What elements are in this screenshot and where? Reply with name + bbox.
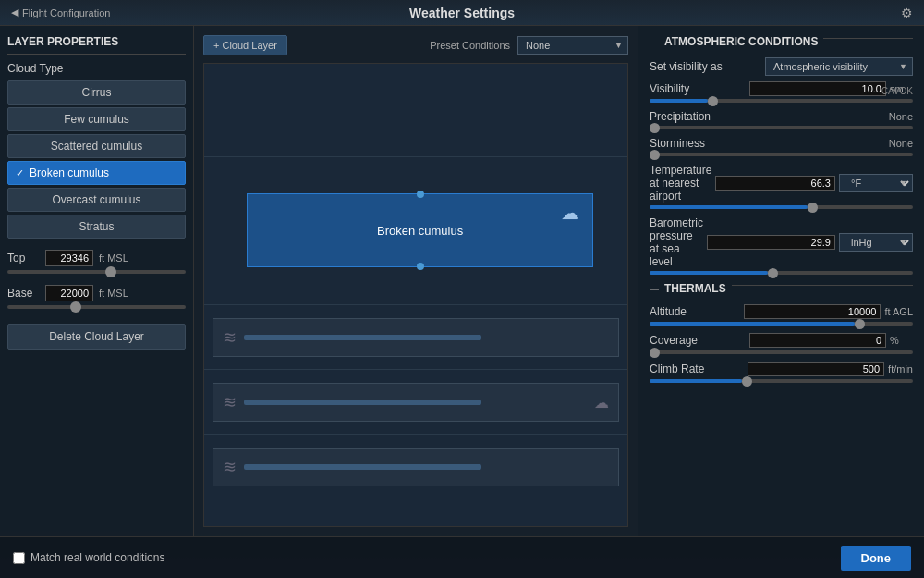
storminess-row: Storminess None [650,137,913,150]
base-input[interactable] [45,285,93,301]
right-panel: — ATMOSPHERIC CONDITIONS Set visibility … [638,26,924,536]
thermals-collapse-icon[interactable]: — [650,284,659,294]
delete-cloud-layer-button[interactable]: Delete Cloud Layer [7,324,186,350]
cloud-type-overcast-cumulus[interactable]: Overcast cumulus [7,188,186,212]
climb-rate-input[interactable] [748,362,884,376]
precipitation-label: Precipitation [650,110,885,123]
done-button[interactable]: Done [841,546,912,571]
middle-panel: + Cloud Layer Preset Conditions None Cle… [194,26,638,536]
base-slider-track[interactable] [7,305,186,309]
cloud-viz-area: Broken cumulus ☁ ≋ ≋ ☁ ≋ [203,63,628,527]
coverage-unit: % [890,335,913,346]
storminess-slider-thumb[interactable] [650,150,660,160]
climb-rate-unit: ft/min [888,363,913,375]
precipitation-row: Precipitation None [650,110,913,123]
top-slider-thumb[interactable] [105,266,116,277]
preset-select-wrapper[interactable]: None Clear Overcast Stormy [517,36,628,55]
coverage-slider-thumb[interactable] [650,348,660,358]
set-visibility-label: Set visibility as [650,60,761,73]
wind-icon-3: ≋ [223,457,237,477]
cloud-icon-layer-2: ☁ [594,394,609,412]
inactive-cloud-layer-2[interactable]: ≋ ☁ [213,383,619,422]
broken-cumulus-label: Broken cumulus [30,166,109,179]
pressure-slider[interactable] [650,271,913,275]
top-layer-handle[interactable] [417,191,424,198]
add-layer-label: + Cloud Layer [213,40,277,51]
visibility-input[interactable] [749,81,886,96]
temp-unit-select-wrapper[interactable]: °F °C [839,174,913,192]
pressure-label: Barometric pressure at sea level [650,216,703,268]
checkbox-row: Match real world conditions [13,551,164,564]
cloud-type-cirrus[interactable]: Cirrus [7,80,186,105]
precipitation-value: None [889,111,913,122]
settings-icon[interactable]: ⚙ [901,6,913,20]
visibility-type-select[interactable]: Atmospheric visibility [765,57,913,76]
bottom-layer-handle[interactable] [417,263,424,270]
temp-slider-fill [650,205,808,209]
bottom-bar: Match real world conditions Done [0,536,924,578]
climb-rate-label: Climb Rate [650,363,744,375]
visibility-slider[interactable]: CAVOK [650,99,913,103]
inactive-cloud-layer-1[interactable]: ≋ [213,318,619,357]
pressure-unit-select[interactable]: inHg hPa [839,233,913,252]
storminess-label: Storminess [650,137,885,150]
top-input[interactable] [45,250,93,266]
temp-label: Temperature at nearest airport [650,164,711,203]
precipitation-slider-thumb[interactable] [650,123,660,133]
pressure-unit-select-wrapper[interactable]: inHg hPa [839,233,913,252]
altitude-slider-fill [650,322,855,326]
cloud-type-stratus[interactable]: Stratus [7,215,186,239]
preset-label: Preset Conditions [430,40,510,51]
layer-bar-3 [244,464,481,470]
flight-config-link[interactable]: ◀ Flight Configuration [11,6,110,18]
temp-unit-select[interactable]: °F °C [839,174,913,192]
top-unit: ft MSL [99,252,128,264]
pressure-slider-thumb[interactable] [768,268,778,278]
atmospheric-collapse-icon[interactable]: — [650,37,659,47]
climb-rate-slider-thumb[interactable] [742,376,752,387]
temp-input[interactable] [715,176,835,191]
atmospheric-section-header: — ATMOSPHERIC CONDITIONS [650,35,913,48]
cloud-type-broken-cumulus[interactable]: ✓ Broken cumulus [7,161,186,185]
top-slider-track[interactable] [7,270,186,274]
visibility-slider-thumb[interactable] [708,96,718,106]
altitude-slider[interactable] [650,322,913,326]
wind-icon-1: ≋ [223,327,237,348]
altitude-input[interactable] [744,304,881,319]
altitude-slider-thumb[interactable] [855,319,865,329]
divider-3 [204,369,627,370]
cloud-type-scattered-cumulus[interactable]: Scattered cumulus [7,134,186,158]
pressure-input[interactable] [707,235,835,250]
active-cloud-layer[interactable]: Broken cumulus ☁ [247,193,594,267]
visibility-label: Visibility [650,82,746,95]
thermals-section-header: — THERMALS [650,282,913,295]
layer-properties-title: LAYER PROPERTIES [7,35,186,55]
climb-rate-row: Climb Rate ft/min [650,362,913,376]
layer-bar-1 [244,335,481,340]
climb-rate-slider-fill [650,379,742,383]
precipitation-slider[interactable] [650,126,913,129]
wind-icon-2: ≋ [223,392,237,412]
atmospheric-divider [823,38,913,39]
top-field-row: Top ft MSL [7,250,186,266]
divider-4 [204,434,627,435]
flight-config-label: Flight Configuration [22,7,110,18]
add-cloud-layer-button[interactable]: + Cloud Layer [203,35,287,55]
real-world-checkbox[interactable] [13,552,25,564]
preset-select[interactable]: None Clear Overcast Stormy [517,36,628,55]
temp-slider[interactable] [650,205,913,209]
base-slider-thumb[interactable] [70,301,81,313]
inactive-cloud-layer-3[interactable]: ≋ [213,448,619,486]
pressure-row: Barometric pressure at sea level inHg hP… [650,216,913,268]
temp-slider-thumb[interactable] [808,203,818,213]
visibility-type-select-wrapper[interactable]: Atmospheric visibility [765,57,913,76]
storminess-slider[interactable] [650,153,913,156]
visibility-row: Visibility sm [650,81,913,96]
temperature-row: Temperature at nearest airport °F °C [650,164,913,203]
climb-rate-slider[interactable] [650,379,913,383]
main-content: LAYER PROPERTIES Cloud Type Cirrus Few c… [0,26,924,536]
cloud-type-few-cumulus[interactable]: Few cumulus [7,107,186,131]
cavok-label: CAVOK [881,86,913,96]
coverage-slider[interactable] [650,350,913,354]
coverage-input[interactable] [749,333,886,348]
